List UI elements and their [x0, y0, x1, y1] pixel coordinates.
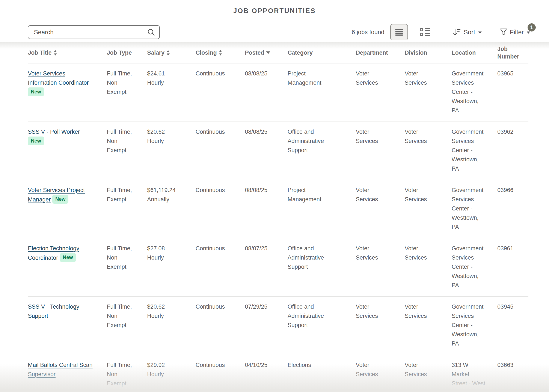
table-row: SSS V - Poll Worker New Full Time, Non E… — [28, 121, 528, 180]
department-cell: Voter Services — [356, 121, 405, 180]
column-header-division: Division — [405, 42, 452, 63]
column-header-category: Category — [288, 42, 356, 63]
search-input[interactable] — [28, 25, 160, 39]
new-badge: New — [52, 195, 68, 204]
column-header-job-title[interactable]: Job Title — [28, 42, 107, 63]
salary-cell: $20.62 Hourly — [147, 296, 196, 355]
job-title-link[interactable]: Mail Ballots Central Scan Supervisor — [28, 362, 93, 378]
job-type-cell: Full Time, Non Exempt — [107, 296, 147, 355]
filter-count-badge: 1 — [528, 23, 536, 32]
job-title-link[interactable]: SSS V - Poll Worker — [28, 129, 80, 135]
search-box — [28, 25, 160, 39]
posted-cell: 08/08/25 — [245, 180, 288, 238]
posted-cell: 07/29/25 — [245, 296, 288, 355]
filter-label: Filter — [510, 29, 524, 36]
list-view-icon — [395, 28, 403, 36]
location-cell: Government Services Center - Westtown, P… — [452, 121, 497, 180]
table-row: Election Technology Coordinator New Full… — [28, 238, 528, 296]
location-cell: Government Services Center - Westtown, P… — [452, 296, 497, 355]
division-cell: Voter Services — [405, 238, 452, 296]
job-type-cell: Full Time, Non Exempt — [107, 238, 147, 296]
department-cell: Voter Services — [356, 355, 405, 392]
filter-caret-icon — [527, 32, 530, 34]
filter-button[interactable]: Filter — [500, 28, 530, 36]
category-cell: Office and Administrative Support — [288, 296, 356, 355]
column-header-salary[interactable]: Salary — [147, 42, 196, 63]
card-view-button[interactable] — [416, 24, 434, 40]
page-header: JOB OPPORTUNITIES — [0, 0, 549, 22]
sort-both-icon — [219, 50, 222, 56]
job-number-cell: 03663 — [497, 355, 528, 392]
column-header-job-number: Job Number — [497, 42, 528, 63]
column-header-location: Location — [452, 42, 497, 63]
category-cell: Office and Administrative Support — [288, 121, 356, 180]
job-title-link[interactable]: SSS V - Technology Support — [28, 303, 79, 319]
sort-desc-icon — [266, 51, 270, 54]
sort-caret-icon — [478, 32, 482, 34]
department-cell: Voter Services — [356, 180, 405, 238]
list-view-button[interactable] — [390, 24, 408, 40]
new-badge: New — [60, 253, 76, 262]
new-badge: New — [28, 137, 44, 145]
posted-cell: 08/08/25 — [245, 63, 288, 121]
job-title-cell: Election Technology Coordinator New — [28, 238, 107, 296]
division-cell: Voter Services — [405, 180, 452, 238]
column-header-department: Department — [356, 42, 405, 63]
category-cell: Project Management — [288, 63, 356, 121]
job-number-cell: 03945 — [497, 296, 528, 355]
jobs-table-section: Job Title Job Type Salary Closing Posted… — [0, 42, 549, 392]
closing-cell: Continuous — [196, 121, 245, 180]
salary-cell: $24.61 Hourly — [147, 63, 196, 121]
sort-icon — [453, 28, 461, 36]
job-opportunities-page: JOB OPPORTUNITIES 6 jobs found — [0, 0, 549, 392]
salary-cell: $61,119.24 Annually — [147, 180, 196, 238]
card-view-icon — [420, 28, 430, 36]
division-cell: Voter Services — [405, 296, 452, 355]
salary-cell: $20.62 Hourly — [147, 121, 196, 180]
table-row: Voter Services Information Coordinator N… — [28, 63, 528, 121]
table-row: Voter Services Project Manager New Full … — [28, 180, 528, 238]
column-header-posted[interactable]: Posted — [245, 42, 288, 63]
job-title-cell: Voter Services Information Coordinator N… — [28, 63, 107, 121]
job-number-cell: 03965 — [497, 63, 528, 121]
filter-control: Filter 1 — [500, 28, 530, 36]
job-title-cell: Mail Ballots Central Scan Supervisor New — [28, 355, 107, 392]
toolbar: 6 jobs found — [0, 22, 549, 42]
division-cell: Voter Services — [405, 355, 452, 392]
table-row: Mail Ballots Central Scan Supervisor New… — [28, 355, 528, 392]
job-type-cell: Full Time, Non Exempt — [107, 355, 147, 392]
closing-cell: Continuous — [196, 180, 245, 238]
posted-cell: 08/07/25 — [245, 238, 288, 296]
job-number-cell: 03962 — [497, 121, 528, 180]
job-type-cell: Full Time, Exempt — [107, 180, 147, 238]
job-title-link[interactable]: Voter Services Information Coordinator — [28, 70, 89, 86]
location-cell: 313 W Market Street - West Chester, PA — [452, 355, 497, 392]
table-header-row: Job Title Job Type Salary Closing Posted… — [28, 42, 528, 63]
results-count: 6 jobs found — [352, 29, 385, 35]
category-cell: Office and Administrative Support — [288, 238, 356, 296]
closing-cell: Continuous — [196, 355, 245, 392]
job-title-cell: SSS V - Technology Support New — [28, 296, 107, 355]
division-cell: Voter Services — [405, 121, 452, 180]
salary-cell: $27.08 Hourly — [147, 238, 196, 296]
department-cell: Voter Services — [356, 63, 405, 121]
job-number-cell: 03966 — [497, 180, 528, 238]
new-badge: New — [28, 87, 44, 96]
division-cell: Voter Services — [405, 63, 452, 121]
department-cell: Voter Services — [356, 238, 405, 296]
location-cell: Government Services Center - Westtown, P… — [452, 180, 497, 238]
job-title-cell: Voter Services Project Manager New — [28, 180, 107, 238]
closing-cell: Continuous — [196, 296, 245, 355]
column-header-closing[interactable]: Closing — [196, 42, 245, 63]
category-cell: Elections — [288, 355, 356, 392]
closing-cell: Continuous — [196, 238, 245, 296]
posted-cell: 04/10/25 — [245, 355, 288, 392]
job-title-cell: SSS V - Poll Worker New — [28, 121, 107, 180]
table-row: SSS V - Technology Support New Full Time… — [28, 296, 528, 355]
toolbar-right: 6 jobs found — [352, 24, 530, 40]
location-cell: Government Services Center - Westtown, P… — [452, 63, 497, 121]
filter-icon — [500, 28, 507, 36]
job-number-cell: 03961 — [497, 238, 528, 296]
sort-button[interactable]: Sort — [453, 28, 481, 36]
sort-both-icon — [166, 50, 170, 56]
